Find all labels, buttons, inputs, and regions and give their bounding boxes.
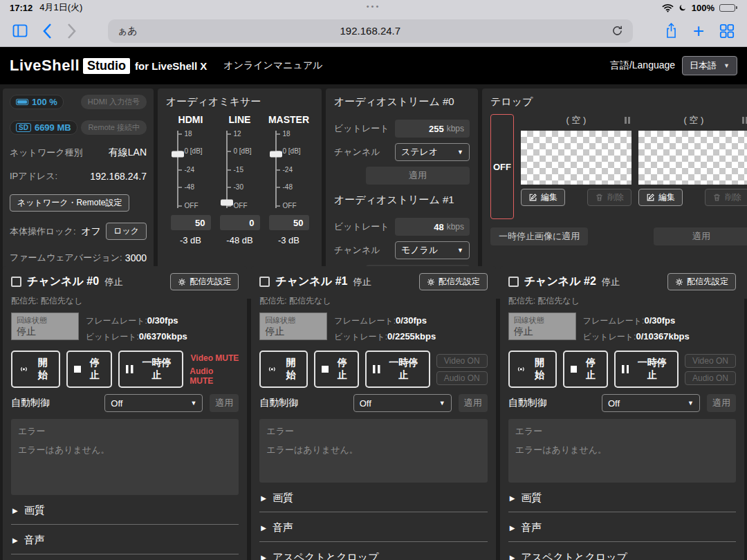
online-manual-link[interactable]: オンラインマニュアル bbox=[223, 59, 322, 72]
triangle-icon: ▶ bbox=[510, 494, 515, 502]
channel-mode-label: チャンネル bbox=[334, 146, 380, 158]
wifi-icon bbox=[662, 3, 674, 12]
hdmi-level-input[interactable]: 50 bbox=[171, 215, 211, 230]
telop-preview-transparent[interactable] bbox=[638, 131, 747, 185]
auto-control-apply-button[interactable]: 適用 bbox=[707, 394, 736, 412]
channel-state: 停止 bbox=[104, 276, 122, 288]
language-label: 言語/Language bbox=[610, 59, 675, 72]
stream0-bitrate-input[interactable]: 255 kbps bbox=[395, 120, 470, 138]
section-aspect-crop[interactable]: ▶ アスペクトとクロップ bbox=[259, 542, 487, 560]
start-button[interactable]: 開始 bbox=[508, 351, 557, 388]
new-tab-icon[interactable]: + bbox=[693, 21, 704, 41]
sd-card-icon: SD bbox=[16, 123, 31, 132]
line-level-input[interactable]: 0 bbox=[220, 215, 260, 230]
pause-button[interactable]: 一時停止 bbox=[118, 351, 184, 388]
section-audio[interactable]: ▶ 音声 bbox=[259, 512, 487, 542]
error-box: エラー エラーはありません。 bbox=[11, 419, 239, 495]
hdmi-volume-slider[interactable]: 18 0 [dB] -24 -48 OFF bbox=[169, 131, 213, 208]
telop-slot-0: ( 空 ) 編集 削除 bbox=[521, 114, 631, 219]
battery-blue-icon bbox=[16, 99, 28, 105]
language-select[interactable]: 日本語 ▼ bbox=[682, 56, 737, 75]
section-image-quality[interactable]: ▶ 画質 bbox=[259, 483, 487, 512]
channel-checkbox[interactable] bbox=[259, 277, 270, 287]
bitrate-label: ビットレート bbox=[334, 221, 389, 233]
triangle-icon: ▶ bbox=[510, 554, 515, 560]
auto-control-label: 自動制御 bbox=[259, 397, 298, 409]
safari-toolbar: ぁあ 192.168.24.7 + bbox=[0, 15, 747, 47]
destination-settings-button[interactable]: 配信先設定 bbox=[419, 273, 488, 290]
chevron-down-icon: ▼ bbox=[723, 62, 730, 69]
share-icon[interactable] bbox=[665, 22, 678, 39]
auto-control-select[interactable]: Off ▼ bbox=[353, 394, 452, 412]
channel-checkbox[interactable] bbox=[11, 277, 21, 287]
section-image-quality[interactable]: ▶ 画質 bbox=[11, 495, 239, 525]
video-on-button[interactable]: Video ON bbox=[436, 354, 488, 368]
telop-preview-transparent[interactable] bbox=[521, 131, 631, 185]
apply-pause-image-button[interactable]: 一時停止画像に適用 bbox=[490, 227, 588, 245]
auto-control-select[interactable]: Off ▼ bbox=[104, 394, 203, 412]
telop-edit-button[interactable]: 編集 bbox=[521, 189, 565, 206]
destination-settings-button[interactable]: 配信先設定 bbox=[667, 273, 736, 290]
stop-button[interactable]: 停止 bbox=[563, 351, 608, 388]
destination-settings-button[interactable]: 配信先設定 bbox=[170, 273, 239, 290]
section-aspect-crop[interactable]: ▶ アスペクトとクロップ bbox=[508, 542, 736, 560]
section-audio[interactable]: ▶ 音声 bbox=[508, 512, 736, 542]
section-image-quality[interactable]: ▶ 画質 bbox=[508, 483, 736, 512]
slider-handle[interactable] bbox=[172, 151, 184, 157]
audio-mute-status: Audio MUTE bbox=[190, 366, 239, 386]
ipad-status-bar: 17:12 4月1日(火) ••• 100% bbox=[0, 0, 747, 15]
lock-button[interactable]: ロック bbox=[106, 223, 147, 240]
audio-on-button[interactable]: Audio ON bbox=[436, 371, 488, 385]
sidebar-toggle-icon[interactable] bbox=[12, 24, 28, 37]
telop-delete-button[interactable]: 削除 bbox=[705, 189, 747, 206]
start-button[interactable]: 開始 bbox=[259, 351, 308, 388]
network-remote-settings-button[interactable]: ネットワーク・Remote設定 bbox=[10, 194, 129, 212]
start-button[interactable]: 開始 bbox=[11, 351, 60, 388]
master-volume-slider[interactable]: 18 0 [dB] -24 -48 OFF bbox=[267, 131, 311, 208]
triangle-icon: ▶ bbox=[510, 524, 515, 532]
framerate-value: 0/30fps bbox=[644, 315, 675, 326]
back-icon[interactable] bbox=[43, 24, 52, 39]
audio-on-button[interactable]: Audio ON bbox=[685, 371, 736, 385]
broadcast-icon bbox=[516, 364, 526, 374]
auto-control-select[interactable]: Off ▼ bbox=[602, 394, 700, 412]
address-bar[interactable]: ぁあ 192.168.24.7 bbox=[108, 19, 633, 43]
forward-icon[interactable] bbox=[67, 24, 76, 39]
tab-overview-icon[interactable] bbox=[719, 24, 735, 39]
destination-text: 配信先: 配信先なし bbox=[11, 295, 239, 307]
firmware-label: ファームウェアバージョン: bbox=[10, 252, 122, 264]
video-on-button[interactable]: Video ON bbox=[685, 354, 736, 368]
pause-button[interactable]: 一時停止 bbox=[614, 351, 679, 388]
stream1-bitrate-input[interactable]: 48 kbps bbox=[395, 218, 470, 236]
slider-handle[interactable] bbox=[221, 200, 233, 206]
telop-title: テロップ bbox=[490, 95, 747, 109]
auto-control-apply-button[interactable]: 適用 bbox=[459, 394, 488, 412]
stream0-channel-select[interactable]: ステレオ ▼ bbox=[395, 143, 470, 161]
bitrate-label: ビットレート: bbox=[583, 332, 636, 342]
mixer-channel-name: MASTER bbox=[268, 114, 309, 125]
text-size-button[interactable]: ぁあ bbox=[118, 25, 138, 37]
pause-button[interactable]: 一時停止 bbox=[365, 351, 430, 388]
master-level-input[interactable]: 50 bbox=[269, 215, 309, 230]
auto-control-apply-button[interactable]: 適用 bbox=[210, 394, 239, 412]
telop-edit-button[interactable]: 編集 bbox=[638, 189, 683, 206]
line-volume-slider[interactable]: 12 0 [dB] -15 -30 OFF bbox=[218, 131, 262, 208]
telop-apply-button[interactable]: 適用 bbox=[654, 227, 747, 245]
telop-delete-button[interactable]: 削除 bbox=[587, 189, 631, 206]
bitrate-label: ビットレート bbox=[334, 122, 389, 135]
pause-icon[interactable] bbox=[742, 117, 747, 124]
stop-button[interactable]: 停止 bbox=[66, 351, 112, 388]
stream1-channel-select[interactable]: モノラル ▼ bbox=[395, 241, 470, 259]
stream0-apply-button[interactable]: 適用 bbox=[366, 167, 470, 185]
telop-off-button[interactable]: OFF bbox=[490, 114, 514, 219]
battery-status-badge: 100 % bbox=[10, 95, 64, 109]
section-audio[interactable]: ▶ 音声 bbox=[11, 525, 239, 554]
slider-handle[interactable] bbox=[270, 151, 282, 157]
reload-icon[interactable] bbox=[611, 25, 623, 37]
pause-icon[interactable] bbox=[625, 117, 630, 124]
moon-icon bbox=[679, 3, 687, 12]
chevron-down-icon: ▼ bbox=[688, 400, 694, 407]
framerate-value: 0/30fps bbox=[396, 315, 427, 326]
channel-checkbox[interactable] bbox=[508, 277, 519, 287]
stop-button[interactable]: 停止 bbox=[314, 351, 359, 388]
